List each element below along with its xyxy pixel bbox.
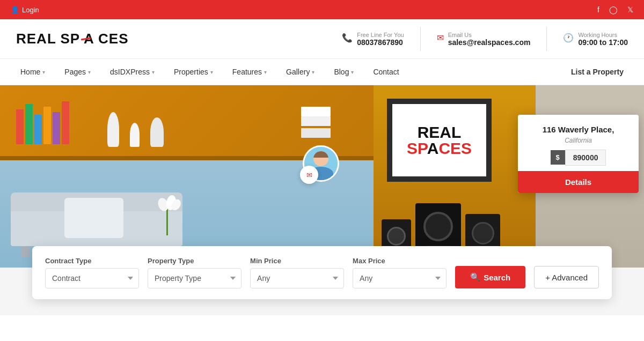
max-price-label: Max Price — [353, 257, 447, 265]
nav-blog[interactable]: Blog ▾ — [324, 59, 363, 85]
contract-type-label: Contract Type — [45, 257, 139, 265]
divider-2 — [546, 27, 547, 51]
hero-section: REAL SPACES — [0, 85, 644, 268]
search-button[interactable]: 🔍 Search — [455, 266, 525, 288]
chevron-down-icon: ▾ — [210, 69, 213, 75]
chevron-down-icon: ▾ — [42, 69, 45, 75]
contract-type-field: Contract Type Contract — [45, 257, 139, 288]
logo-accent: A — [80, 31, 98, 47]
divider-1 — [420, 27, 421, 51]
min-price-label: Min Price — [250, 257, 344, 265]
price-value: 890000 — [565, 150, 606, 166]
instagram-icon[interactable]: ◯ — [609, 5, 618, 14]
phone-contact: 📞 Free Line For You 08037867890 — [342, 32, 404, 47]
login-link[interactable]: 👤 Login — [11, 6, 39, 14]
nav-pages[interactable]: Pages ▾ — [55, 59, 100, 85]
contract-type-select[interactable]: Contract — [45, 268, 139, 288]
chevron-down-icon: ▾ — [264, 69, 267, 75]
advanced-label: + Advanced — [545, 273, 588, 282]
property-city: California — [525, 137, 631, 144]
hours-contact: 🕐 Working Hours 09:00 to 17:00 — [563, 32, 628, 47]
phone-value: 08037867890 — [357, 38, 404, 47]
user-icon: 👤 — [11, 6, 19, 14]
property-card: 116 Waverly Place, California $ 890000 D… — [518, 115, 639, 193]
phone-icon: 📞 — [342, 33, 353, 43]
chevron-down-icon: ▾ — [351, 69, 354, 75]
logo[interactable]: REAL SP A CES — [16, 31, 129, 47]
login-label: Login — [22, 6, 39, 14]
nav-properties[interactable]: Properties ▾ — [164, 59, 223, 85]
twitter-icon[interactable]: 𝕏 — [627, 5, 633, 14]
main-nav: Home ▾ Pages ▾ dsIDXPress ▾ Properties ▾… — [0, 59, 644, 85]
advanced-button[interactable]: + Advanced — [534, 266, 599, 288]
search-icon: 🔍 — [470, 272, 480, 282]
property-type-field: Property Type Property Type — [148, 257, 241, 288]
nav-gallery[interactable]: Gallery ▾ — [276, 59, 324, 85]
email-bubble[interactable]: ✉ — [300, 166, 318, 184]
email-contact: ✉ Email Us sales@realspaces.com — [437, 32, 531, 47]
search-fields: Contract Type Contract Property Type Pro… — [45, 257, 599, 288]
search-bar: Contract Type Contract Property Type Pro… — [32, 246, 612, 299]
search-label: Search — [484, 273, 510, 282]
email-label: Email Us — [448, 32, 531, 38]
facebook-icon[interactable]: f — [597, 5, 599, 14]
header: REAL SP A CES 📞 Free Line For You 080378… — [0, 19, 644, 59]
property-address: 116 Waverly Place, — [525, 124, 631, 135]
nav-home[interactable]: Home ▾ — [11, 59, 55, 85]
min-price-field: Min Price Any — [250, 257, 344, 288]
phone-label: Free Line For You — [357, 32, 404, 38]
nav-features[interactable]: Features ▾ — [223, 59, 276, 85]
email-value: sales@realspaces.com — [448, 38, 531, 47]
nav-dsidxpress[interactable]: dsIDXPress ▾ — [100, 59, 164, 85]
property-type-select[interactable]: Property Type — [148, 268, 241, 288]
email-icon: ✉ — [437, 33, 444, 43]
max-price-select[interactable]: Any — [353, 268, 447, 288]
envelope-icon: ✉ — [306, 171, 312, 179]
header-contacts: 📞 Free Line For You 08037867890 ✉ Email … — [342, 27, 628, 51]
chevron-down-icon: ▾ — [88, 69, 91, 75]
chevron-down-icon: ▾ — [152, 69, 155, 75]
top-bar: 👤 Login f ◯ 𝕏 — [0, 0, 644, 19]
price-dollar-badge: $ — [551, 150, 565, 165]
nav-list-property[interactable]: List a Property — [561, 59, 633, 85]
nav-contact[interactable]: Contact — [363, 59, 408, 85]
social-links: f ◯ 𝕏 — [597, 5, 633, 14]
chevron-down-icon: ▾ — [312, 69, 314, 75]
clock-icon: 🕐 — [563, 33, 574, 43]
hours-label: Working Hours — [578, 32, 628, 38]
details-button[interactable]: Details — [518, 171, 639, 193]
property-type-label: Property Type — [148, 257, 241, 265]
min-price-select[interactable]: Any — [250, 268, 344, 288]
max-price-field: Max Price Any — [353, 257, 447, 288]
hours-value: 09:00 to 17:00 — [578, 38, 628, 47]
